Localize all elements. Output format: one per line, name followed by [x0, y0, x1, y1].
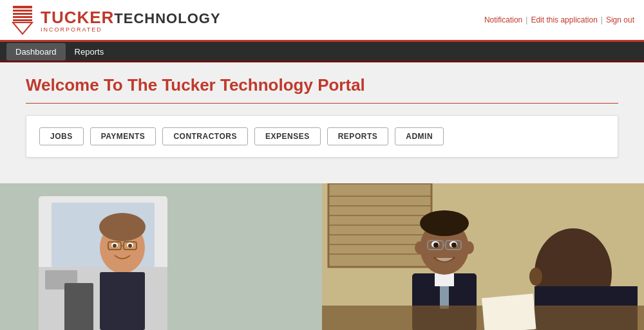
- logo-tucker: TUCKER: [41, 8, 114, 27]
- sign-out-link[interactable]: Sign out: [606, 15, 634, 24]
- svg-point-44: [451, 243, 457, 248]
- svg-point-50: [529, 268, 542, 286]
- svg-point-40: [464, 241, 474, 254]
- hero-area: [0, 183, 644, 330]
- admin-button[interactable]: ADMIN: [395, 127, 444, 145]
- svg-rect-2: [13, 13, 32, 15]
- jobs-button[interactable]: JOBS: [39, 127, 84, 145]
- svg-rect-4: [13, 19, 32, 21]
- contractors-button[interactable]: CONTRACTORS: [162, 127, 248, 145]
- logo-text: TUCKERTECHNOLOGY INCORPORATED: [41, 8, 221, 33]
- buttons-panel: JOBS PAYMENTS CONTRACTORS EXPENSES REPOR…: [26, 115, 618, 158]
- svg-rect-0: [13, 6, 32, 8]
- payments-button[interactable]: PAYMENTS: [90, 127, 156, 145]
- svg-point-17: [128, 244, 132, 248]
- nav-dashboard[interactable]: Dashboard: [6, 43, 66, 60]
- logo-area: TUCKERTECHNOLOGY INCORPORATED: [10, 4, 221, 36]
- logo-icon: [10, 4, 35, 36]
- svg-rect-36: [435, 273, 454, 286]
- edit-app-link[interactable]: Edit this application: [531, 15, 597, 24]
- separator-2: |: [601, 15, 603, 24]
- welcome-divider: [26, 103, 618, 104]
- nav-bar: Dashboard Reports: [0, 42, 644, 62]
- top-bar: TUCKERTECHNOLOGY INCORPORATED Notificati…: [0, 0, 644, 42]
- expenses-button[interactable]: EXPENSES: [254, 127, 321, 145]
- svg-rect-3: [13, 16, 32, 18]
- reports-button[interactable]: REPORTS: [327, 127, 389, 145]
- separator-1: |: [526, 15, 527, 24]
- svg-rect-52: [482, 294, 536, 330]
- top-links: Notification | Edit this application | S…: [484, 15, 634, 24]
- svg-marker-5: [13, 23, 32, 34]
- svg-point-16: [113, 244, 117, 248]
- svg-rect-22: [64, 283, 93, 330]
- welcome-title: Welcome To The Tucker Technology Portal: [26, 75, 618, 95]
- svg-point-13: [99, 213, 146, 241]
- nav-reports[interactable]: Reports: [66, 43, 113, 60]
- notification-link[interactable]: Notification: [484, 15, 522, 24]
- svg-point-43: [433, 243, 439, 248]
- svg-rect-21: [100, 272, 145, 330]
- main-content: Welcome To The Tucker Technology Portal …: [0, 62, 644, 183]
- svg-rect-1: [13, 10, 32, 12]
- hero-left: [0, 183, 322, 330]
- svg-point-38: [420, 210, 469, 236]
- logo-technology: TECHNOLOGY: [114, 10, 220, 26]
- svg-point-39: [415, 241, 425, 254]
- hero-right: [322, 183, 644, 330]
